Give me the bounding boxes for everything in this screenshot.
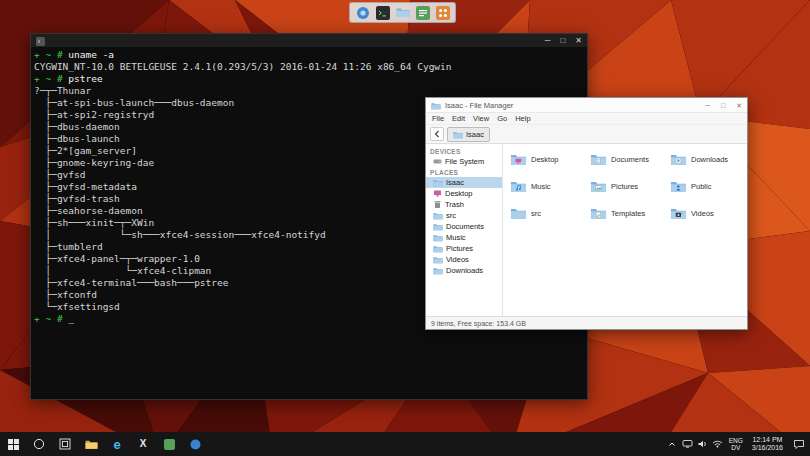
devices-group-label: DEVICES	[426, 146, 502, 156]
terminal-minimize-button[interactable]: ─	[545, 37, 551, 45]
terminal-window-controls: ─ □ ✕	[545, 37, 582, 45]
taskbar-pinned-green-button[interactable]	[156, 432, 182, 456]
sidebar-item-videos[interactable]: Videos	[426, 254, 502, 265]
terminal-maximize-button[interactable]: □	[560, 37, 565, 45]
desktop: ─ □ ✕ + ~ # uname -aCYGWIN_NT-10.0 BETEL…	[0, 0, 810, 456]
sidebar-item-music[interactable]: Music	[426, 232, 502, 243]
panel-browser-icon[interactable]	[354, 4, 371, 21]
clock-date: 3/16/2016	[752, 444, 783, 452]
sidebar-item-file-system[interactable]: File System	[426, 156, 502, 167]
terminal-close-button[interactable]: ✕	[575, 37, 582, 45]
menu-help[interactable]: Help	[512, 114, 533, 123]
taskbar-task-view-button[interactable]	[52, 432, 78, 456]
folder-icon	[510, 153, 527, 166]
top-panel	[349, 2, 456, 23]
terminal-line: + ~ # uname -a	[34, 49, 584, 61]
file-manager-menubar: FileEditViewGoHelp	[426, 113, 747, 125]
top-panel-launchers	[354, 4, 451, 21]
folder-item-templates[interactable]: Templates	[585, 204, 665, 222]
language-indicator[interactable]: ENG DV	[725, 437, 747, 452]
file-manager-titlebar[interactable]: Isaac - File Manager ─ □ ✕	[426, 98, 747, 113]
sidebar-item-label: File System	[445, 157, 484, 166]
sidebar-item-label: Pictures	[446, 244, 473, 253]
sidebar-item-label: Videos	[446, 255, 469, 264]
folder-icon	[670, 207, 687, 220]
sidebar-item-pictures[interactable]: Pictures	[426, 243, 502, 254]
sidebar-item-trash[interactable]: Trash	[426, 199, 502, 210]
terminal-line: ?─┬─Thunar	[34, 85, 584, 97]
tray-hidden-icons-icon[interactable]	[665, 432, 680, 456]
folder-icon	[433, 212, 443, 220]
panel-editor-icon[interactable]	[414, 4, 431, 21]
folder-icon	[670, 153, 687, 166]
drive-icon	[433, 157, 442, 166]
folder-item-pictures[interactable]: Pictures	[585, 177, 665, 195]
folder-icon	[510, 180, 527, 193]
menu-view[interactable]: View	[470, 114, 492, 123]
folder-item-desktop[interactable]: Desktop	[505, 150, 585, 168]
folder-icon	[433, 256, 443, 264]
folder-label: Public	[691, 182, 711, 191]
language-line1: ENG	[729, 437, 743, 444]
fm-close-button[interactable]: ✕	[736, 102, 742, 109]
trash-icon	[433, 200, 442, 209]
menu-edit[interactable]: Edit	[449, 114, 468, 123]
tray-network-icon[interactable]	[710, 432, 725, 456]
taskbar-pinned-blue-button[interactable]	[182, 432, 208, 456]
fm-maximize-button[interactable]: □	[721, 102, 725, 109]
clock-time: 12:14 PM	[752, 436, 783, 444]
folder-item-src[interactable]: src	[505, 204, 585, 222]
sidebar-item-isaac[interactable]: Isaac	[426, 177, 502, 188]
places-group-label: PLACES	[426, 167, 502, 177]
status-text: 9 items, Free space: 153.4 GB	[431, 320, 526, 327]
terminal-titlebar[interactable]: ─ □ ✕	[31, 34, 587, 47]
folder-icon	[433, 245, 443, 253]
sidebar-item-desktop[interactable]: Desktop	[426, 188, 502, 199]
folder-label: Templates	[611, 209, 645, 218]
taskbar-clock[interactable]: 12:14 PM 3/16/2016	[747, 436, 788, 453]
folder-item-music[interactable]: Music	[505, 177, 585, 195]
sidebar-item-src[interactable]: src	[426, 210, 502, 221]
sidebar-item-documents[interactable]: Documents	[426, 221, 502, 232]
sidebar-item-downloads[interactable]: Downloads	[426, 265, 502, 276]
folder-item-downloads[interactable]: Downloads	[665, 150, 745, 168]
desktop-icon	[433, 189, 442, 198]
folder-item-public[interactable]: Public	[665, 177, 745, 195]
menu-go[interactable]: Go	[494, 114, 510, 123]
file-manager-file-grid: DesktopDocumentsDownloadsMusicPicturesPu…	[503, 144, 747, 316]
terminal-line: + ~ # pstree	[34, 73, 584, 85]
file-manager-toolbar: Isaac	[426, 125, 747, 144]
taskbar-x-server-button[interactable]: X	[130, 432, 156, 456]
tray-volume-icon[interactable]	[695, 432, 710, 456]
taskbar-edge-button[interactable]: e	[104, 432, 130, 456]
path-button[interactable]: Isaac	[447, 127, 490, 142]
file-manager-window: Isaac - File Manager ─ □ ✕ FileEditViewG…	[425, 97, 748, 330]
action-center-button[interactable]	[788, 432, 810, 456]
folder-item-documents[interactable]: Documents	[585, 150, 665, 168]
sidebar-item-label: Isaac	[446, 178, 464, 187]
sidebar-item-label: Documents	[446, 222, 484, 231]
folder-label: Documents	[611, 155, 649, 164]
folder-label: Pictures	[611, 182, 638, 191]
panel-terminal-icon[interactable]	[374, 4, 391, 21]
taskbar-search-button[interactable]	[26, 432, 52, 456]
sidebar-item-label: src	[446, 211, 456, 220]
file-manager-sidebar: DEVICES File System PLACES IsaacDesktopT…	[426, 144, 503, 316]
sidebar-item-label: Desktop	[445, 189, 473, 198]
taskbar: eX ENG DV 12:14 PM 3/16/2016	[0, 432, 810, 456]
tray-display-icon[interactable]	[680, 432, 695, 456]
file-manager-statusbar: 9 items, Free space: 153.4 GB	[426, 316, 747, 329]
folder-icon	[433, 179, 443, 187]
fm-minimize-button[interactable]: ─	[705, 102, 710, 109]
panel-launcher-icon[interactable]	[434, 4, 451, 21]
taskbar-start-button[interactable]	[0, 432, 26, 456]
folder-item-videos[interactable]: Videos	[665, 204, 745, 222]
taskbar-file-explorer-button[interactable]	[78, 432, 104, 456]
menu-file[interactable]: File	[429, 114, 447, 123]
folder-label: src	[531, 209, 541, 218]
sidebar-item-label: Trash	[445, 200, 464, 209]
back-button[interactable]	[430, 127, 444, 141]
panel-files-icon[interactable]	[394, 4, 411, 21]
sidebar-item-label: Music	[446, 233, 466, 242]
folder-icon	[453, 125, 463, 143]
